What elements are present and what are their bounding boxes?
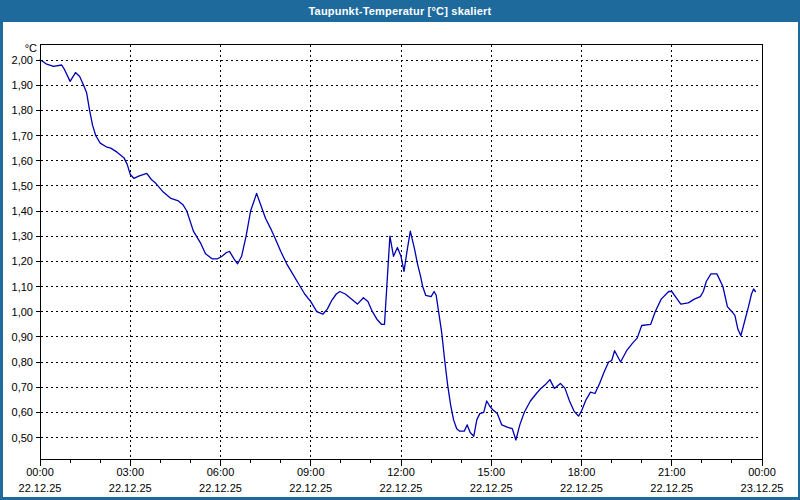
y-tick-label: 1,80 [12, 104, 33, 116]
x-tick-time-label: 12:00 [387, 466, 415, 478]
y-tick-label: 1,30 [12, 230, 33, 242]
y-tick-label: 0,90 [12, 331, 33, 343]
chart-area: 2,001,901,801,701,601,501,401,301,201,10… [3, 22, 798, 497]
y-axis-unit-label: °C [25, 42, 37, 54]
x-tick-time-label: 06:00 [207, 466, 235, 478]
y-tick-label: 0,80 [12, 356, 33, 368]
x-tick-time-label: 21:00 [658, 466, 686, 478]
window-title: Taupunkt-Temperatur [°C] skaliert [309, 5, 492, 17]
window-title-bar: Taupunkt-Temperatur [°C] skaliert [0, 0, 800, 22]
app-window: Taupunkt-Temperatur [°C] skaliert 2,001,… [0, 0, 800, 500]
x-tick-time-label: 15:00 [477, 466, 505, 478]
y-tick-label: 1,10 [12, 281, 33, 293]
dewpoint-line [40, 60, 755, 440]
x-tick-time-label: 00:00 [26, 466, 54, 478]
y-tick-label: 1,40 [12, 205, 33, 217]
y-tick-label: 0,60 [12, 406, 33, 418]
x-tick-date-label: 22.12.25 [289, 482, 332, 494]
x-tick-time-label: 09:00 [297, 466, 325, 478]
x-tick-date-label: 22.12.25 [380, 482, 423, 494]
x-tick-date-label: 22.12.25 [19, 482, 62, 494]
y-tick-label: 1,60 [12, 155, 33, 167]
y-tick-label: 1,00 [12, 306, 33, 318]
x-tick-date-label: 22.12.25 [199, 482, 242, 494]
x-tick-time-label: 00:00 [748, 466, 776, 478]
x-tick-date-label: 22.12.25 [470, 482, 513, 494]
y-tick-label: 2,00 [12, 54, 33, 66]
y-tick-label: 1,20 [12, 255, 33, 267]
x-tick-date-label: 22.12.25 [560, 482, 603, 494]
y-tick-label: 0,50 [12, 432, 33, 444]
x-tick-date-label: 22.12.25 [109, 482, 152, 494]
x-tick-date-label: 22.12.25 [650, 482, 693, 494]
chart-svg: 2,001,901,801,701,601,501,401,301,201,10… [3, 22, 798, 497]
y-tick-label: 1,70 [12, 130, 33, 142]
x-tick-time-label: 03:00 [116, 466, 144, 478]
x-tick-time-label: 18:00 [568, 466, 596, 478]
y-tick-label: 0,70 [12, 381, 33, 393]
y-tick-label: 1,50 [12, 180, 33, 192]
y-tick-label: 1,90 [12, 79, 33, 91]
x-tick-date-label: 23.12.25 [741, 482, 784, 494]
